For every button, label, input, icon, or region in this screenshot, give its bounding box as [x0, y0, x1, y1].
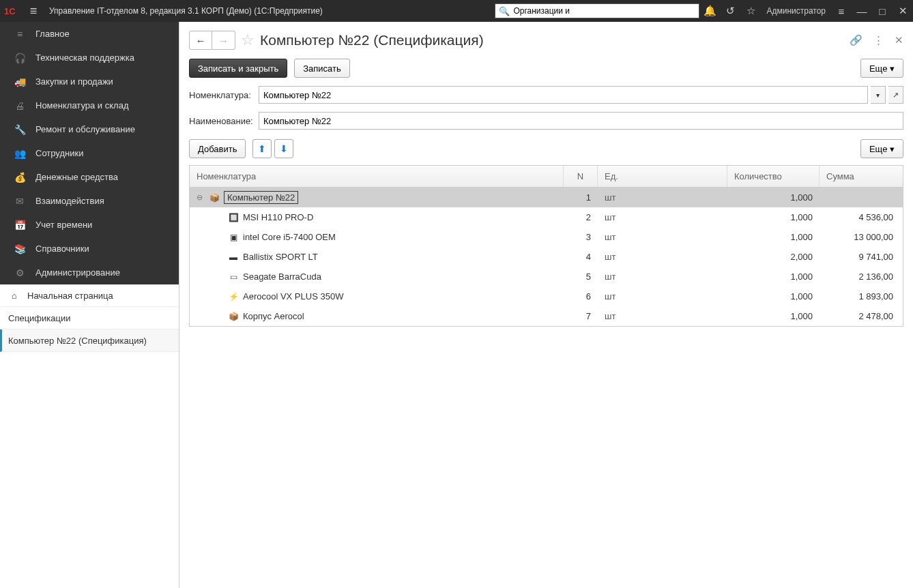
link-icon[interactable]: 🔗 [850, 34, 863, 46]
nav-item-9[interactable]: 📚Справочники [0, 237, 179, 261]
cell-name: Компьютер №22 [224, 191, 298, 204]
cell-n: 5 [564, 267, 598, 286]
col-nomenclature[interactable]: Номенклатура [190, 166, 564, 187]
home-icon: ⌂ [8, 291, 20, 301]
table-row[interactable]: ▭Seagate BarraCuda5шт1,0002 136,00 [190, 267, 903, 286]
move-down-button[interactable]: ⬇ [274, 139, 293, 158]
nav-icon: 🔧 [14, 124, 26, 135]
settings-icon[interactable]: ≡ [831, 5, 852, 17]
star-icon[interactable]: ☆ [740, 5, 761, 17]
nav-icon: 🎧 [14, 53, 26, 63]
table-row[interactable]: ▣intel Core i5-7400 OEM3шт1,00013 000,00 [190, 227, 903, 247]
spec-table: Номенклатура N Ед. Количество Сумма ⊖📦Ко… [189, 165, 903, 327]
save-close-button[interactable]: Записать и закрыть [189, 59, 287, 78]
table-row[interactable]: 🔲MSI H110 PRO-D2шт1,0004 536,00 [190, 207, 903, 227]
item-icon: ⚡ [228, 291, 239, 302]
item-icon: 🔲 [228, 212, 239, 223]
nav-forward-button[interactable]: → [212, 31, 235, 50]
cell-n: 3 [564, 227, 598, 247]
col-sum[interactable]: Сумма [820, 166, 903, 187]
tree-collapse-icon[interactable]: ⊖ [197, 193, 205, 202]
more-button-table[interactable]: Еще ▾ [860, 139, 903, 158]
cell-name: Корпус Aerocol [243, 311, 304, 321]
search-input[interactable] [513, 6, 699, 16]
move-up-button[interactable]: ⬆ [252, 139, 272, 158]
nav-label: Номенклатура и склад [35, 100, 128, 111]
add-button[interactable]: Добавить [189, 139, 246, 158]
app-logo: 1С [0, 0, 23, 22]
nomenclature-input[interactable] [259, 86, 868, 104]
col-quantity[interactable]: Количество [727, 166, 820, 187]
nav-item-0[interactable]: ≡Главное [0, 22, 179, 46]
nomenclature-open[interactable]: ↗ [888, 86, 903, 104]
minimize-icon[interactable]: — [852, 5, 872, 17]
table-row[interactable]: ⚡Aerocool VX PLUS 350W6шт1,0001 893,00 [190, 286, 903, 306]
history-icon[interactable]: ↺ [720, 5, 740, 17]
name-input[interactable] [259, 112, 903, 130]
cell-qty: 2,000 [727, 247, 820, 267]
svg-text:1С: 1С [4, 6, 16, 16]
global-search[interactable]: 🔍 [495, 3, 699, 18]
cell-sum: 2 136,00 [820, 267, 903, 286]
titlebar: 1С ≡ Управление IT-отделом 8, редакция 3… [0, 0, 913, 22]
save-button[interactable]: Записать [294, 59, 350, 78]
cell-sum: 4 536,00 [820, 207, 903, 227]
cell-qty: 1,000 [727, 227, 820, 247]
nav-item-2[interactable]: 🚚Закупки и продажи [0, 70, 179, 93]
app-title: Управление IT-отделом 8, редакция 3.1 КО… [44, 6, 323, 16]
cell-sum: 1 893,00 [820, 286, 903, 306]
cell-sum: 13 000,00 [820, 227, 903, 247]
nav-label: Учет времени [35, 220, 92, 230]
item-icon: ▣ [228, 232, 239, 243]
user-label[interactable]: Администратор [761, 6, 831, 16]
search-icon: 🔍 [495, 6, 513, 16]
cell-n: 6 [564, 286, 598, 306]
content-area: ← → ☆ Компьютер №22 (Спецификация) 🔗 ⋮ ✕… [179, 22, 913, 588]
nav-back-button[interactable]: ← [189, 31, 212, 50]
nav-item-5[interactable]: 👥Сотрудники [0, 141, 179, 165]
nav-label: Ремонт и обслуживание [35, 124, 135, 134]
cell-n: 4 [564, 247, 598, 267]
nav-icon: ≡ [14, 29, 26, 40]
sub-specifications[interactable]: Спецификации [0, 307, 179, 329]
cell-name: intel Core i5-7400 OEM [243, 232, 336, 242]
col-unit[interactable]: Ед. [598, 166, 727, 187]
cell-unit: шт [598, 286, 727, 306]
sub-current-doc[interactable]: Компьютер №22 (Спецификация) [0, 329, 179, 352]
close-icon[interactable]: ✕ [893, 5, 913, 17]
more-menu-icon[interactable]: ⋮ [873, 34, 884, 46]
main-menu-icon[interactable]: ≡ [23, 4, 44, 18]
name-label: Наименование: [189, 116, 256, 126]
col-n[interactable]: N [564, 166, 598, 187]
nomenclature-dropdown[interactable]: ▾ [871, 86, 886, 104]
nav-item-7[interactable]: ✉Взаимодействия [0, 189, 179, 213]
nav-item-4[interactable]: 🔧Ремонт и обслуживание [0, 117, 179, 141]
table-row[interactable]: ⊖📦Компьютер №221шт1,000 [190, 188, 903, 207]
nav-icon: 🖨 [14, 100, 26, 111]
nav-item-3[interactable]: 🖨Номенклатура и склад [0, 93, 179, 117]
cell-n: 2 [564, 207, 598, 227]
nav-item-1[interactable]: 🎧Техническая поддержка [0, 46, 179, 70]
item-icon: 📦 [209, 192, 220, 203]
cell-sum: 2 478,00 [820, 306, 903, 326]
nav-item-6[interactable]: 💰Денежные средства [0, 165, 179, 189]
home-link[interactable]: ⌂ Начальная страница [0, 284, 179, 307]
cell-qty: 1,000 [727, 188, 820, 207]
table-row[interactable]: ▬Ballistix SPORT LT4шт2,0009 741,00 [190, 247, 903, 267]
table-row[interactable]: 📦Корпус Aerocol7шт1,0002 478,00 [190, 306, 903, 326]
nav-icon: 👥 [14, 148, 26, 159]
favorite-toggle[interactable]: ☆ [241, 31, 255, 49]
nav-label: Техническая поддержка [35, 53, 134, 63]
more-button-top[interactable]: Еще ▾ [860, 59, 903, 78]
cell-name: Ballistix SPORT LT [243, 252, 318, 262]
item-icon: ▭ [228, 271, 239, 282]
cell-sum: 9 741,00 [820, 247, 903, 267]
bell-icon[interactable]: 🔔 [699, 5, 720, 17]
close-tab-icon[interactable]: ✕ [895, 34, 903, 46]
cell-n: 7 [564, 306, 598, 326]
nav-item-8[interactable]: 📅Учет времени [0, 213, 179, 237]
nav-item-10[interactable]: ⚙Администрирование [0, 261, 179, 284]
nav-label: Закупки и продажи [35, 76, 113, 87]
maximize-icon[interactable]: □ [872, 5, 893, 17]
page-title: Компьютер №22 (Спецификация) [260, 32, 484, 48]
